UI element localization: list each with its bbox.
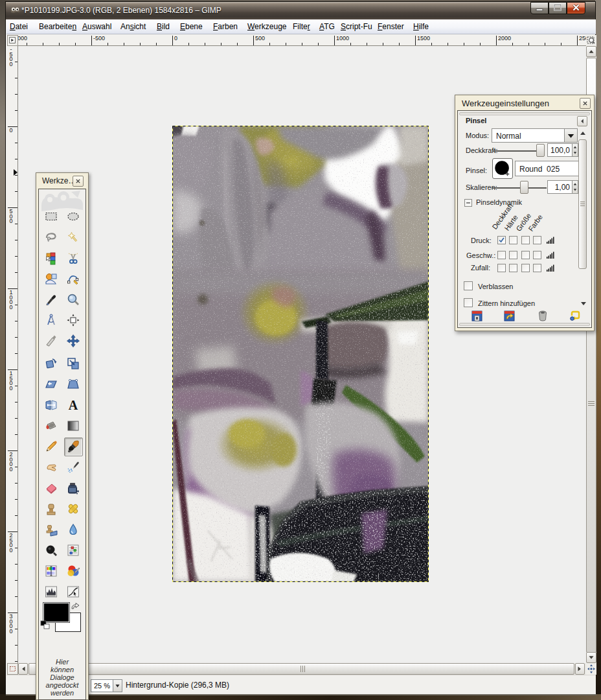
svg-text:A: A	[69, 398, 78, 412]
